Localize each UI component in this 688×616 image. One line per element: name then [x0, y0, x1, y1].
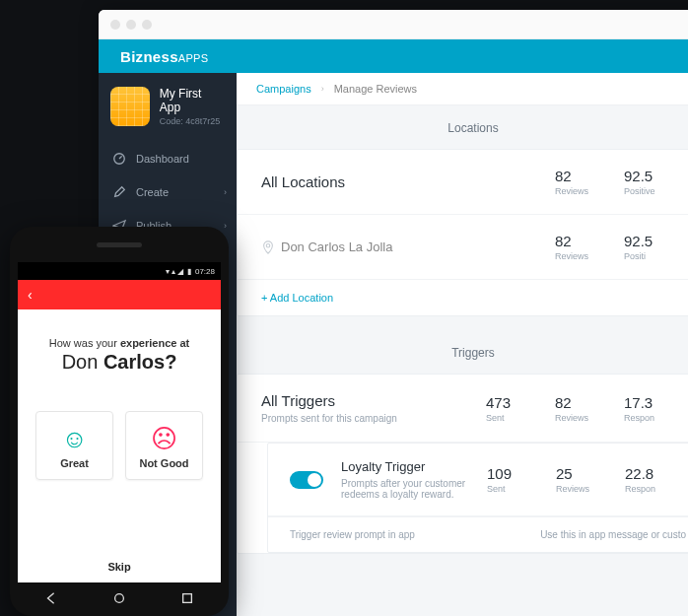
row-title: All Locations	[261, 173, 547, 190]
sidebar-item-create[interactable]: Create ›	[99, 175, 237, 209]
frown-icon: ☹	[126, 426, 202, 451]
app-code: Code: 4c8t7r25	[160, 116, 225, 126]
window-dot	[110, 20, 120, 30]
chevron-right-icon: ›	[224, 221, 227, 231]
locations-card: All Locations 82Reviews 92.5Positive Don…	[237, 149, 688, 316]
phone-time: 07:28	[195, 267, 215, 276]
breadcrumb-root[interactable]: Campaigns	[256, 83, 311, 95]
location-row[interactable]: Don Carlos La Jolla 82Reviews 92.5Positi	[238, 215, 688, 280]
app-name: My First App	[160, 87, 225, 114]
pin-icon	[261, 240, 275, 254]
trigger-toggle[interactable]	[290, 471, 323, 489]
stat-value: 25	[556, 465, 617, 482]
triggers-card: All Triggers Prompts sent for this campa…	[237, 374, 688, 554]
stat-value: 22.8	[625, 465, 686, 482]
android-navbar	[18, 584, 221, 612]
stat-value: 82	[555, 394, 616, 411]
choice-label: Great	[36, 457, 112, 469]
stat-value: 109	[487, 465, 548, 482]
stat-value: 82	[555, 233, 616, 249]
breadcrumb: Campaigns › Manage Reviews	[237, 73, 688, 105]
location-name: Don Carlos La Jolla	[281, 240, 392, 254]
stat-label: Reviews	[555, 186, 616, 196]
row-subtitle: Prompts sent for this campaign	[261, 413, 478, 424]
stat-value: 82	[555, 168, 616, 184]
trigger-name: Loyalty Trigger	[341, 459, 479, 474]
brand-logo: BiznessAPPS	[120, 48, 208, 65]
stat-value: 92.5	[624, 168, 685, 184]
stat-label: Reviews	[556, 484, 617, 494]
stat-value: 473	[486, 394, 547, 411]
choice-great[interactable]: ☺ Great	[35, 411, 113, 480]
window-dot	[126, 20, 136, 30]
stat-label: Reviews	[555, 413, 616, 423]
choice-notgood[interactable]: ☹ Not Good	[125, 411, 203, 480]
nav-back-icon[interactable]	[44, 591, 58, 605]
svg-rect-3	[182, 594, 191, 603]
stat-value: 17.3	[624, 394, 685, 411]
chevron-right-icon: ›	[224, 187, 227, 197]
prompt-location: Don Carlos?	[34, 351, 205, 374]
sidebar-item-dashboard[interactable]: Dashboard	[99, 142, 237, 175]
stat-label: Respon	[624, 413, 685, 423]
stat-label: Sent	[487, 484, 548, 494]
add-location-link[interactable]: + Add Location	[238, 280, 688, 315]
sidebar-item-label: Create	[136, 186, 169, 198]
foot-left: Trigger review prompt in app	[290, 529, 415, 540]
trigger-row[interactable]: Loyalty Trigger Prompts after your custo…	[268, 444, 688, 516]
gauge-icon	[112, 152, 126, 166]
nav-home-icon[interactable]	[112, 591, 126, 605]
signal-icon: ▾ ▴ ◢	[166, 267, 183, 276]
nav-recent-icon[interactable]	[180, 591, 194, 605]
app-icon	[110, 87, 150, 126]
stat-label: Positi	[624, 251, 685, 261]
app-selector[interactable]: My First App Code: 4c8t7r25	[99, 73, 237, 136]
row-title: All Triggers	[261, 392, 478, 409]
phone-device: ▾ ▴ ◢ ▮ 07:28 ‹ How was your experience …	[10, 227, 229, 616]
section-title-locations: Locations	[237, 105, 688, 145]
phone-speaker	[97, 242, 142, 247]
phone-statusbar: ▾ ▴ ◢ ▮ 07:28	[18, 262, 221, 280]
sidebar-item-label: Dashboard	[136, 153, 189, 165]
stat-label: Sent	[486, 413, 547, 423]
browser-chrome	[99, 10, 688, 39]
svg-point-2	[115, 594, 124, 603]
phone-screen: ▾ ▴ ◢ ▮ 07:28 ‹ How was your experience …	[18, 262, 221, 582]
skip-button[interactable]: Skip	[18, 561, 221, 573]
main-content: Campaigns › Manage Reviews Locations All…	[237, 73, 688, 616]
foot-right: Use this in app message or custo	[540, 529, 686, 540]
svg-point-1	[266, 243, 270, 247]
section-title-triggers: Triggers	[237, 330, 688, 370]
back-button[interactable]: ‹	[28, 287, 33, 303]
stat-label: Respon	[625, 484, 686, 494]
breadcrumb-current: Manage Reviews	[334, 83, 417, 95]
stat-label: Reviews	[555, 251, 616, 261]
trigger-item-card: Loyalty Trigger Prompts after your custo…	[267, 443, 688, 553]
brand-bar: BiznessAPPS	[99, 39, 688, 73]
phone-topbar: ‹	[18, 280, 221, 309]
all-triggers-row[interactable]: All Triggers Prompts sent for this campa…	[238, 375, 688, 443]
pencil-icon	[112, 185, 126, 199]
trigger-desc: Prompts after your customer redeems a lo…	[341, 478, 479, 500]
window-dot	[142, 20, 152, 30]
smile-icon: ☺	[36, 426, 112, 451]
all-locations-row[interactable]: All Locations 82Reviews 92.5Positive	[238, 150, 688, 215]
stat-label: Positive	[624, 186, 685, 196]
chevron-right-icon: ›	[321, 84, 324, 94]
stat-value: 92.5	[624, 233, 685, 249]
choice-label: Not Good	[126, 457, 202, 469]
prompt-question: How was your experience at	[34, 337, 205, 349]
battery-icon: ▮	[187, 267, 191, 276]
